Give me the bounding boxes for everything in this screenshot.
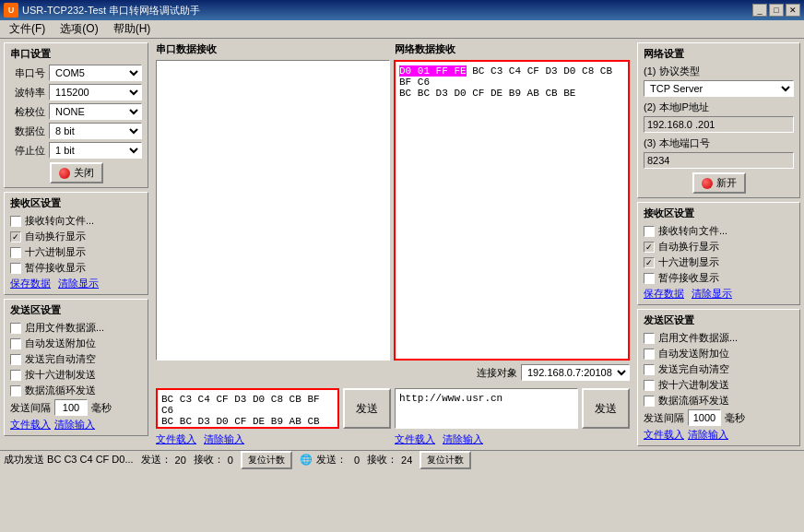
left-send-check-3[interactable] — [10, 370, 21, 381]
right-send-opt-4: 数据流循环发送 — [644, 394, 794, 408]
serial-clear-input-link[interactable]: 清除输入 — [204, 432, 244, 446]
net-send-icon-section: 🌐 发送： — [300, 453, 347, 467]
right-recv-check-0[interactable] — [644, 226, 655, 237]
right-interval-label: 发送间隔 — [644, 411, 684, 425]
serial-file-load-link[interactable]: 文件载入 — [156, 432, 196, 446]
net-send-label: 发送 — [595, 401, 617, 417]
baud-label: 波特率 — [10, 86, 45, 100]
data-row: 数据位 8 bit — [10, 123, 142, 139]
right-clear-input-link[interactable]: 清除输入 — [688, 428, 728, 442]
net-recv-highlight: D0 01 FF FE — [399, 65, 467, 77]
net-recv-status-label: 接收： — [367, 453, 397, 467]
ip-label: (2) 本地IP地址 — [644, 100, 794, 114]
left-interval-input[interactable] — [54, 399, 88, 416]
left-send-label-1: 自动发送附加位 — [25, 337, 96, 350]
serial-reset-counter-button[interactable]: 复位计数 — [241, 451, 292, 469]
app-title: USR-TCP232-Test 串口转网络调试助手 — [22, 4, 200, 18]
right-send-check-2[interactable] — [644, 364, 655, 375]
check-row: 检校位 NONE — [10, 103, 142, 120]
serial-recv-section: 接收： 0 — [194, 453, 233, 467]
net-recv-title: 网络数据接收 — [395, 43, 455, 54]
stop-select[interactable]: 1 bit — [49, 142, 142, 159]
protocol-item: (1) 协议类型 TCP Server — [644, 65, 794, 97]
serial-send-input[interactable]: BC C3 C4 CF D3 D0 C8 CB BF C6BC BC D3 D0… — [156, 388, 339, 429]
left-send-title: 发送区设置 — [10, 303, 142, 317]
right-send-check-1[interactable] — [644, 349, 655, 360]
maximize-button[interactable]: □ — [769, 4, 784, 17]
right-send-check-3[interactable] — [644, 380, 655, 391]
right-recv-check-3[interactable] — [644, 273, 655, 284]
left-recv-settings-section: 接收区设置 接收转向文件... ✓ 自动换行显示 十六进制显示 暂停接收显示 保… — [4, 192, 148, 295]
port-label: 串口号 — [10, 66, 45, 80]
left-recv-check-0[interactable] — [10, 216, 21, 227]
ip-input[interactable] — [644, 116, 794, 133]
right-file-load-link[interactable]: 文件载入 — [644, 428, 684, 442]
protocol-select[interactable]: TCP Server — [644, 80, 794, 97]
net-reset-counter-button[interactable]: 复位计数 — [420, 451, 471, 469]
left-clear-input-link[interactable]: 清除输入 — [54, 418, 95, 432]
left-recv-check-1[interactable]: ✓ — [10, 231, 21, 242]
bottom-send-row: BC C3 C4 CF D3 D0 C8 CB BF C6BC BC D3 D0… — [156, 388, 630, 429]
net-open-close-button[interactable]: 新开 — [692, 172, 746, 194]
right-send-label-2: 发送完自动清空 — [658, 362, 729, 376]
check-select[interactable]: NONE — [49, 103, 142, 120]
left-send-label-0: 启用文件数据源... — [25, 321, 104, 335]
net-file-load-link[interactable]: 文件载入 — [395, 432, 435, 446]
right-recv-check-1[interactable]: ✓ — [644, 242, 655, 253]
net-clear-input-link[interactable]: 清除输入 — [443, 432, 483, 446]
left-send-check-0[interactable] — [10, 323, 21, 334]
left-file-load-link[interactable]: 文件载入 — [10, 418, 51, 432]
close-port-label: 关闭 — [74, 166, 94, 180]
left-save-data-link[interactable]: 保存数据 — [10, 277, 51, 290]
right-clear-display-link[interactable]: 清除显示 — [692, 287, 732, 301]
menu-bar: 文件(F) 选项(O) 帮助(H) — [0, 20, 804, 39]
menu-help[interactable]: 帮助(H) — [108, 19, 157, 39]
serial-send-val: 20 — [175, 455, 186, 466]
data-select[interactable]: 8 bit — [49, 123, 142, 139]
right-recv-label-0: 接收转向文件... — [658, 224, 727, 238]
net-send-input[interactable]: http://www.usr.cn — [395, 388, 578, 429]
left-recv-check-2[interactable] — [10, 247, 21, 258]
title-bar: U USR-TCP232-Test 串口转网络调试助手 _ □ ✕ — [0, 0, 804, 20]
left-send-check-4[interactable] — [10, 385, 21, 396]
right-panel: 网络设置 (1) 协议类型 TCP Server (2) 本地IP地址 (3) … — [633, 39, 804, 450]
left-panel: 串口设置 串口号 COM5 波特率 115200 检校位 NONE 数 — [0, 39, 152, 450]
port-select[interactable]: COM5 — [49, 65, 142, 81]
file-load-rows: 文件载入 清除输入 文件载入 清除输入 — [156, 432, 630, 446]
stop-label: 停止位 — [10, 144, 45, 158]
left-clear-display-link[interactable]: 清除显示 — [58, 277, 99, 290]
port-item: (3) 本地端口号 — [644, 136, 794, 169]
right-save-data-link[interactable]: 保存数据 — [644, 287, 684, 301]
serial-recv-val: 0 — [228, 455, 233, 466]
close-button[interactable]: ✕ — [786, 4, 800, 17]
net-send-val: 0 — [354, 455, 360, 466]
menu-file[interactable]: 文件(F) — [4, 19, 51, 39]
left-send-check-1[interactable] — [10, 338, 21, 349]
menu-options[interactable]: 选项(O) — [54, 19, 103, 39]
right-interval-input[interactable] — [688, 409, 721, 426]
right-send-interval-row: 发送间隔 毫秒 — [644, 409, 794, 426]
net-port-input[interactable] — [644, 152, 794, 169]
baud-select[interactable]: 115200 — [49, 84, 142, 100]
minimize-button[interactable]: _ — [752, 4, 767, 17]
data-label: 数据位 — [10, 124, 45, 138]
right-send-check-4[interactable] — [644, 396, 655, 407]
left-recv-label-0: 接收转向文件... — [25, 214, 94, 228]
title-bar-buttons: _ □ ✕ — [752, 4, 800, 17]
right-send-check-0[interactable] — [644, 333, 655, 344]
left-recv-opt-2: 十六进制显示 — [10, 245, 142, 259]
net-send-button[interactable]: 发送 — [582, 388, 630, 429]
right-recv-settings-section: 接收区设置 接收转向文件... ✓ 自动换行显示 ✓ 十六进制显示 暂停接收显示… — [637, 202, 800, 305]
right-recv-links: 保存数据 清除显示 — [644, 287, 794, 301]
close-port-button[interactable]: 关闭 — [50, 162, 103, 183]
right-recv-label-1: 自动换行显示 — [658, 240, 719, 254]
baud-row: 波特率 115200 — [10, 84, 142, 100]
right-recv-check-2[interactable]: ✓ — [644, 257, 655, 268]
left-recv-check-3[interactable] — [10, 263, 21, 274]
serial-send-button[interactable]: 发送 — [343, 388, 391, 429]
left-send-check-2[interactable] — [10, 354, 21, 365]
net-send-status-label: 发送： — [316, 453, 347, 467]
right-file-row: 文件载入 清除输入 — [644, 428, 794, 442]
connect-select[interactable]: 192.168.0.7:20108 — [521, 364, 630, 381]
left-recv-title: 接收区设置 — [10, 196, 142, 210]
